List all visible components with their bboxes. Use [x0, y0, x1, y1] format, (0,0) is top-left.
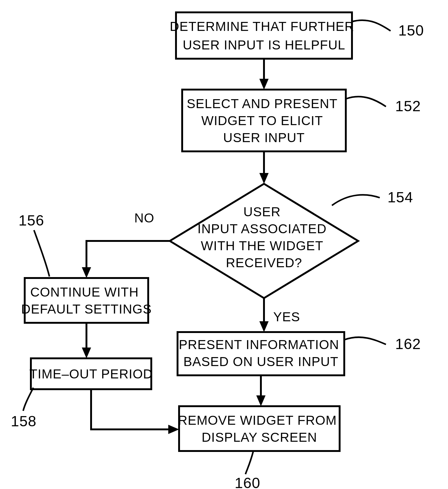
leader-160 [245, 452, 253, 474]
node-154-line2: INPUT ASSOCIATED [198, 221, 327, 236]
node-158: TIME–OUT PERIOD [29, 358, 153, 389]
edge-162-160 [256, 375, 266, 406]
edge-152-154 [259, 151, 269, 184]
ref-154: 154 [387, 189, 413, 205]
node-150-line1: DETERMINE THAT FURTHER [170, 19, 354, 34]
leader-158 [23, 388, 33, 411]
edge-yes-label: YES [273, 310, 300, 324]
edge-156-158 [82, 323, 91, 358]
leader-156 [34, 230, 49, 276]
node-160-line1: REMOVE WIDGET FROM [178, 413, 337, 428]
node-162-line1: PRESENT INFORMATION [179, 337, 339, 352]
node-152-line3: USER INPUT [223, 130, 305, 145]
ref-160: 160 [235, 475, 260, 489]
svg-marker-22 [256, 395, 266, 406]
node-156-line1: CONTINUE WITH [30, 285, 139, 299]
leader-154 [332, 195, 380, 205]
ref-150: 150 [398, 22, 424, 39]
edge-150-152 [259, 59, 269, 90]
node-156-line2: DEFAULT SETTINGS [21, 302, 152, 316]
edge-158-160 [91, 389, 179, 434]
node-152: SELECT AND PRESENT WIDGET TO ELICIT USER… [182, 90, 346, 151]
ref-156: 156 [19, 212, 44, 229]
svg-marker-10 [82, 267, 91, 278]
leader-152 [346, 97, 386, 107]
node-162-line2: BASED ON USER INPUT [183, 354, 338, 369]
ref-162: 162 [395, 336, 421, 352]
node-158-line1: TIME–OUT PERIOD [29, 367, 153, 381]
edge-no-label: NO [134, 211, 154, 225]
svg-marker-16 [82, 348, 91, 358]
svg-marker-23 [168, 425, 179, 434]
node-152-line1: SELECT AND PRESENT [187, 96, 337, 111]
flowchart-canvas: DETERMINE THAT FURTHER USER INPUT IS HEL… [0, 0, 448, 489]
node-152-line2: WIDGET TO ELICIT [201, 113, 323, 128]
edge-154-yes: YES [259, 298, 300, 332]
node-160: REMOVE WIDGET FROM DISPLAY SCREEN [178, 406, 341, 451]
leader-162 [344, 337, 386, 344]
node-150-line2: USER INPUT IS HELPFUL [183, 38, 345, 52]
node-154-line4: RECEIVED? [226, 255, 302, 270]
node-162: PRESENT INFORMATION BASED ON USER INPUT [178, 332, 344, 375]
edge-154-no: NO [82, 211, 170, 278]
node-160-line2: DISPLAY SCREEN [202, 430, 317, 445]
svg-marker-7 [259, 173, 269, 184]
svg-text:TIME–OUT PERIOD: TIME–OUT PERIOD [29, 367, 153, 381]
node-154-line3: WITH THE WIDGET [201, 238, 323, 253]
ref-152: 152 [395, 98, 421, 114]
ref-158: 158 [11, 413, 36, 429]
node-156: CONTINUE WITH DEFAULT SETTINGS [21, 278, 152, 323]
svg-marker-3 [259, 79, 269, 90]
node-154: USER INPUT ASSOCIATED WITH THE WIDGET RE… [170, 184, 358, 298]
node-150: DETERMINE THAT FURTHER USER INPUT IS HEL… [170, 12, 358, 59]
svg-marker-12 [259, 321, 269, 332]
node-154-line1: USER [243, 204, 281, 219]
